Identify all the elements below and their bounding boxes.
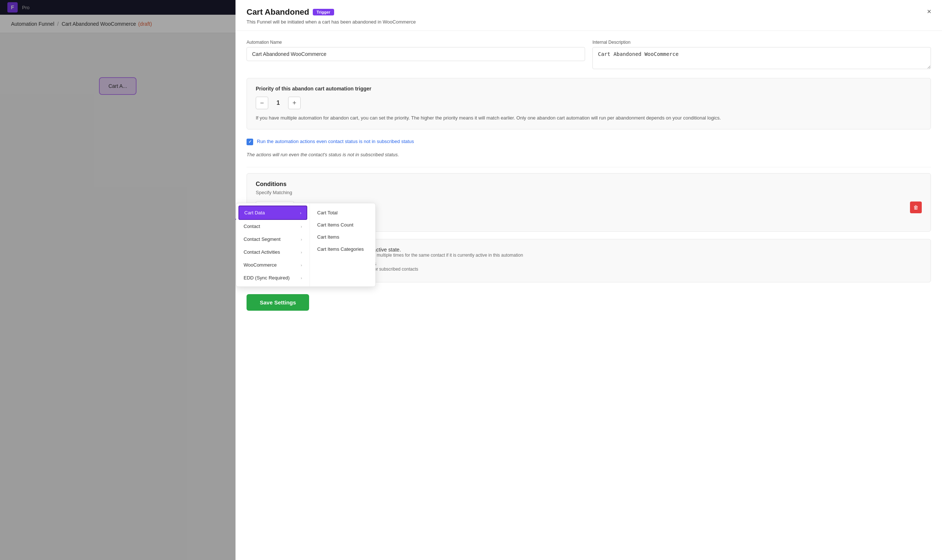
priority-section: Priority of this abandon cart automation…	[247, 78, 931, 129]
modal-body: Automation Name Internal Description Car…	[236, 31, 942, 560]
chevron-right-icon: ›	[301, 237, 302, 242]
form-name-row: Automation Name Internal Description Car…	[247, 40, 931, 69]
priority-description: If you have multiple automation for aban…	[256, 114, 922, 122]
internal-desc-input[interactable]: Cart Abandoned WooCommerce	[592, 47, 931, 69]
conditions-dropdown: Cart Data › Contact › Contact Segment › …	[236, 203, 376, 287]
edd-label: EDD (Sync Required)	[244, 275, 290, 280]
conditions-title: Conditions	[256, 181, 922, 188]
chevron-right-icon: ›	[300, 211, 301, 215]
priority-increment-button[interactable]: +	[288, 97, 301, 109]
priority-controls: − 1 +	[256, 97, 922, 109]
internal-desc-group: Internal Description Cart Abandoned WooC…	[592, 40, 931, 69]
chevron-right-icon: ›	[301, 224, 302, 229]
chevron-right-icon: ›	[301, 250, 302, 254]
trash-icon: 🗑	[913, 205, 919, 210]
save-settings-label: Save Settings	[260, 299, 296, 306]
subscribed-status-checkbox[interactable]	[247, 138, 253, 145]
internal-desc-label: Internal Description	[592, 40, 931, 45]
chevron-right-icon: ›	[301, 276, 302, 280]
dropdown-item-edd[interactable]: EDD (Sync Required) ›	[239, 271, 307, 284]
save-settings-button[interactable]: Save Settings	[247, 294, 309, 311]
automation-name-label: Automation Name	[247, 40, 585, 45]
modal-subtitle: This Funnel will be initiated when a car…	[247, 19, 931, 25]
dropdown-right-panel: Cart Total Cart Items Count Cart Items C…	[310, 203, 375, 286]
delete-condition-button[interactable]: 🗑	[910, 202, 922, 213]
dropdown-right-cart-items-categories[interactable]: Cart Items Categories	[316, 244, 370, 254]
dropdown-right-cart-total[interactable]: Cart Total	[316, 208, 370, 218]
plus-icon: +	[293, 99, 297, 107]
divider	[247, 167, 931, 167]
modal-title: Cart Abandoned	[247, 7, 309, 17]
italic-note: The actions will run even the contact's …	[247, 151, 931, 158]
subscribed-status-row: Run the automation actions even contact …	[247, 138, 931, 145]
close-icon: ×	[927, 7, 931, 16]
dropdown-item-contact-segment[interactable]: Contact Segment ›	[239, 233, 307, 246]
chevron-right-icon: ›	[301, 263, 302, 267]
conditions-section: Conditions Specify Matching + + Add A...…	[247, 173, 931, 232]
modal-panel: Cart Abandoned Trigger This Funnel will …	[236, 0, 942, 560]
cart-data-label: Cart Data	[244, 210, 265, 215]
contact-activities-label: Contact Activities	[244, 249, 280, 255]
contact-segment-label: Contact Segment	[244, 237, 281, 242]
priority-title: Priority of this abandon cart automation…	[256, 86, 922, 92]
automation-name-input[interactable]	[247, 47, 585, 61]
contact-label: Contact	[244, 223, 260, 229]
subscribed-status-label: Run the automation actions even contact …	[257, 138, 414, 145]
dropdown-item-cart-data[interactable]: Cart Data ›	[239, 206, 307, 220]
woocommerce-label: WooCommerce	[244, 262, 277, 268]
priority-value: 1	[273, 100, 284, 106]
minus-icon: −	[260, 99, 264, 107]
dropdown-right-cart-items[interactable]: Cart Items	[316, 232, 370, 242]
dropdown-right-cart-items-count[interactable]: Cart Items Count	[316, 220, 370, 230]
modal-title-row: Cart Abandoned Trigger	[247, 7, 931, 17]
dropdown-left-panel: Cart Data › Contact › Contact Segment › …	[236, 203, 310, 286]
modal-header: Cart Abandoned Trigger This Funnel will …	[236, 0, 942, 31]
automation-name-group: Automation Name	[247, 40, 585, 69]
conditions-subtitle: Specify Matching	[256, 190, 922, 195]
trigger-badge: Trigger	[313, 9, 334, 15]
modal-close-button[interactable]: ×	[923, 6, 935, 17]
dropdown-item-contact[interactable]: Contact ›	[239, 220, 307, 233]
priority-decrement-button[interactable]: −	[256, 97, 268, 109]
dropdown-item-woocommerce[interactable]: WooCommerce ›	[239, 258, 307, 271]
dropdown-item-contact-activities[interactable]: Contact Activities ›	[239, 246, 307, 258]
